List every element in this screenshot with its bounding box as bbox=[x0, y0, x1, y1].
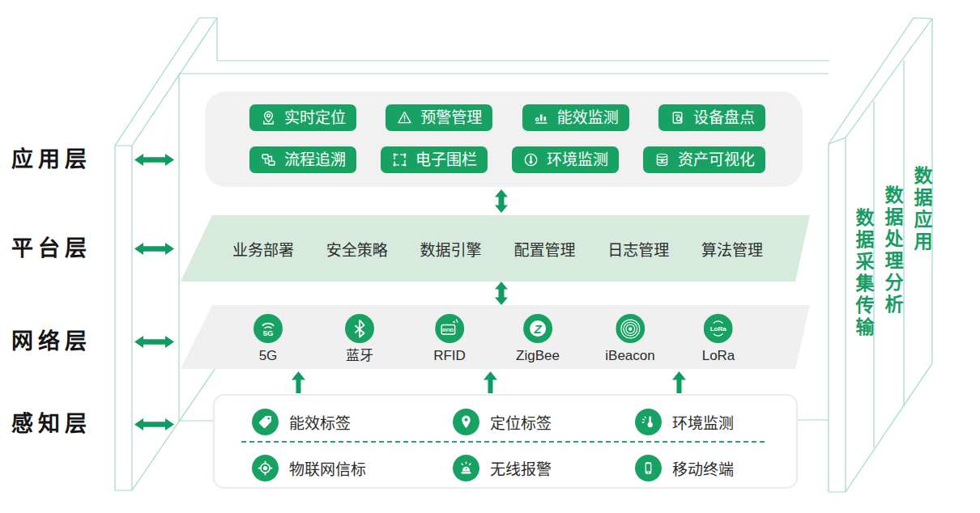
fence-icon bbox=[391, 151, 408, 168]
platform-item-log-management: 日志管理 bbox=[607, 238, 669, 260]
warning-icon bbox=[396, 109, 413, 126]
rfid-icon: RFID bbox=[435, 314, 464, 343]
network-label: RFID bbox=[433, 349, 466, 363]
double-arrow-application bbox=[134, 153, 174, 167]
map-pin-icon bbox=[453, 409, 479, 435]
perception-item-iot-beacon: 物联网信标 bbox=[252, 454, 366, 481]
app-button-label: 能效监测 bbox=[557, 104, 619, 131]
app-button-process-trace: 流程追溯 bbox=[249, 146, 356, 173]
app-button-electronic-fence: 电子围栏 bbox=[381, 146, 488, 173]
phone-icon bbox=[635, 455, 662, 481]
layer-label-perception: 感知层 bbox=[11, 410, 92, 438]
lora-icon: LoRa bbox=[704, 314, 733, 343]
platform-item-security-policy: 安全策略 bbox=[326, 238, 388, 260]
beacon-target-icon bbox=[252, 455, 279, 481]
ibeacon-icon bbox=[616, 314, 645, 343]
up-arrow-3 bbox=[672, 371, 686, 393]
network-label: 蓝牙 bbox=[345, 349, 374, 363]
svg-text:LoRa: LoRa bbox=[710, 325, 727, 333]
perception-label: 无线报警 bbox=[490, 457, 552, 479]
tag-icon bbox=[252, 409, 279, 435]
network-item-bluetooth: 蓝牙 bbox=[345, 314, 374, 363]
platform-item-data-engine: 数据引擎 bbox=[420, 238, 482, 260]
thermo-sun-icon bbox=[635, 409, 662, 435]
app-button-device-inventory: 设备盘点 bbox=[658, 104, 765, 131]
layer-label-application: 应用层 bbox=[11, 146, 92, 173]
network-label: LoRa bbox=[702, 349, 735, 363]
architecture-diagram: 应用层 平台层 网络层 感知层 实时定位 预警管理 能效监测 设备盘点 bbox=[0, 0, 980, 513]
asset-coins-icon: ¥ bbox=[654, 151, 671, 168]
app-button-label: 设备盘点 bbox=[693, 104, 755, 131]
network-item-5g: 5G 5G bbox=[254, 314, 283, 363]
perception-panel: 能效标签 定位标签 环境监测 物联网信标 无线报警 移动终端 bbox=[213, 394, 798, 489]
double-arrow-network bbox=[134, 335, 174, 349]
svg-text:5G: 5G bbox=[263, 329, 274, 337]
thermometer-circle-icon bbox=[522, 151, 539, 168]
app-button-label: 流程追溯 bbox=[284, 146, 346, 173]
application-button-row-2: 流程追溯 电子围栏 环境监测 ¥ 资产可视化 bbox=[249, 146, 765, 173]
flow-trace-icon bbox=[260, 151, 277, 168]
perception-label: 物联网信标 bbox=[289, 457, 366, 479]
network-label: iBeacon bbox=[605, 349, 654, 363]
zigbee-icon: Z bbox=[523, 314, 552, 343]
perception-label: 移动终端 bbox=[672, 457, 734, 479]
perception-item-wireless-alarm: 无线报警 bbox=[453, 454, 552, 481]
application-button-row-1: 实时定位 预警管理 能效监测 设备盘点 bbox=[249, 104, 765, 131]
network-item-zigbee: Z ZigBee bbox=[516, 314, 560, 363]
network-item-lora: LoRa LoRa bbox=[702, 314, 735, 363]
network-label: 5G bbox=[254, 349, 283, 363]
perception-item-environment-monitoring: 环境监测 bbox=[635, 408, 734, 435]
vertical-double-arrow-app-platform bbox=[495, 189, 508, 213]
platform-band: 业务部署 安全策略 数据引擎 配置管理 日志管理 算法管理 bbox=[181, 215, 810, 282]
app-button-asset-visualization: ¥ 资产可视化 bbox=[643, 146, 765, 173]
network-band: 5G 5G 蓝牙 RFID RFID Z ZigBee iBeacon LoRa… bbox=[181, 305, 810, 369]
network-label: ZigBee bbox=[516, 349, 560, 363]
app-button-label: 资产可视化 bbox=[678, 146, 755, 173]
dashed-divider bbox=[241, 441, 765, 443]
app-button-label: 实时定位 bbox=[284, 104, 346, 131]
perception-label: 能效标签 bbox=[289, 411, 351, 433]
double-arrow-perception bbox=[134, 418, 174, 431]
inventory-search-icon bbox=[669, 109, 686, 126]
bar-chart-icon bbox=[533, 109, 550, 126]
network-item-rfid: RFID RFID bbox=[433, 314, 466, 363]
perception-item-location-tag: 定位标签 bbox=[453, 408, 552, 435]
perception-item-energy-tag: 能效标签 bbox=[252, 408, 351, 435]
layer-label-network: 网络层 bbox=[11, 328, 92, 355]
location-pin-icon bbox=[260, 109, 277, 126]
app-button-label: 环境监测 bbox=[547, 146, 608, 173]
perception-item-mobile-terminal: 移动终端 bbox=[635, 454, 734, 481]
bluetooth-icon bbox=[345, 314, 374, 343]
app-button-label: 预警管理 bbox=[420, 104, 482, 131]
layer-label-platform: 平台层 bbox=[11, 235, 92, 262]
vertical-double-arrow-platform-network bbox=[495, 282, 508, 305]
platform-item-business-deploy: 业务部署 bbox=[232, 238, 294, 260]
app-button-label: 电子围栏 bbox=[415, 146, 477, 173]
up-arrow-1 bbox=[292, 371, 305, 393]
right-column-data-processing: 数据处理分析 bbox=[879, 185, 906, 316]
double-arrow-platform bbox=[134, 242, 174, 256]
5g-icon: 5G bbox=[254, 314, 283, 343]
perception-label: 定位标签 bbox=[490, 411, 552, 433]
app-button-energy-monitoring: 能效监测 bbox=[522, 104, 629, 131]
right-column-data-application: 数据应用 bbox=[908, 166, 935, 253]
app-button-alert-management: 预警管理 bbox=[386, 104, 492, 131]
app-button-realtime-location: 实时定位 bbox=[249, 104, 356, 131]
network-item-ibeacon: iBeacon bbox=[605, 314, 654, 363]
svg-text:Z: Z bbox=[533, 322, 542, 336]
svg-text:RFID: RFID bbox=[442, 328, 454, 333]
right-column-data-collection: 数据采集传输 bbox=[850, 208, 877, 339]
application-panel: 实时定位 预警管理 能效监测 设备盘点 流程追溯 电子围栏 bbox=[205, 91, 803, 187]
perception-label: 环境监测 bbox=[672, 411, 734, 433]
alarm-icon bbox=[453, 455, 479, 481]
up-arrow-2 bbox=[484, 371, 497, 393]
app-button-environment-monitoring: 环境监测 bbox=[512, 146, 619, 173]
platform-item-config-management: 配置管理 bbox=[513, 238, 575, 260]
platform-item-algorithm-management: 算法管理 bbox=[701, 238, 763, 260]
